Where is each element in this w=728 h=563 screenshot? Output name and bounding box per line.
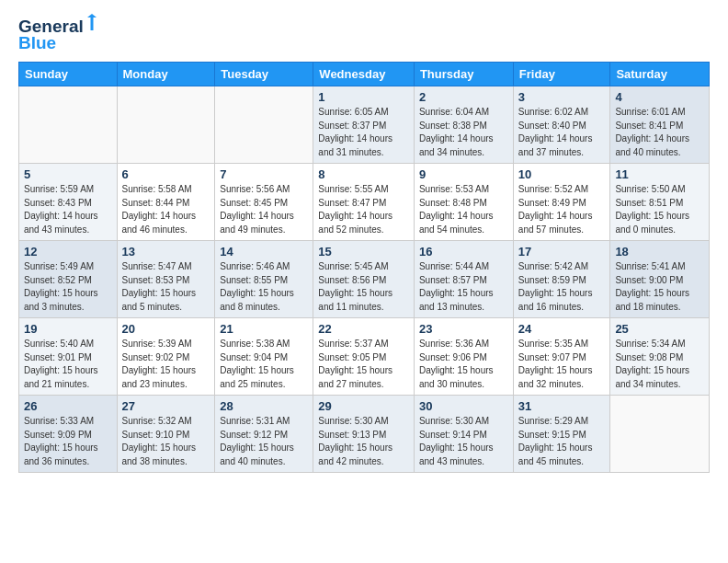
table-row: 10Sunrise: 5:52 AMSunset: 8:49 PMDayligh… xyxy=(513,164,610,241)
table-row: 15Sunrise: 5:45 AMSunset: 8:56 PMDayligh… xyxy=(313,241,415,318)
day-number: 4 xyxy=(615,90,704,104)
table-row: 20Sunrise: 5:39 AMSunset: 9:02 PMDayligh… xyxy=(117,318,215,396)
day-info: Sunrise: 5:36 AMSunset: 9:06 PMDaylight:… xyxy=(419,338,508,391)
day-number: 6 xyxy=(122,167,210,181)
day-info: Sunrise: 5:34 AMSunset: 9:08 PMDaylight:… xyxy=(615,338,704,391)
day-info: Sunrise: 6:01 AMSunset: 8:41 PMDaylight:… xyxy=(615,106,704,159)
day-info: Sunrise: 5:30 AMSunset: 9:14 PMDaylight:… xyxy=(419,415,508,468)
day-info: Sunrise: 5:59 AMSunset: 8:43 PMDaylight:… xyxy=(24,183,112,236)
table-row xyxy=(215,86,313,164)
day-info: Sunrise: 5:37 AMSunset: 9:05 PMDaylight:… xyxy=(318,338,409,391)
calendar-week-row: 1Sunrise: 6:05 AMSunset: 8:37 PMDaylight… xyxy=(19,86,710,164)
table-row: 9Sunrise: 5:53 AMSunset: 8:48 PMDaylight… xyxy=(414,164,513,241)
calendar-week-row: 26Sunrise: 5:33 AMSunset: 9:09 PMDayligh… xyxy=(19,396,710,473)
table-row: 21Sunrise: 5:38 AMSunset: 9:04 PMDayligh… xyxy=(215,318,313,396)
day-number: 31 xyxy=(518,399,606,413)
day-number: 18 xyxy=(615,245,704,259)
day-info: Sunrise: 5:52 AMSunset: 8:49 PMDaylight:… xyxy=(518,183,606,236)
logo-svg: General Blue xyxy=(18,14,101,52)
calendar-header-row: Sunday Monday Tuesday Wednesday Thursday… xyxy=(19,63,710,86)
table-row: 29Sunrise: 5:30 AMSunset: 9:13 PMDayligh… xyxy=(313,396,415,473)
day-info: Sunrise: 5:42 AMSunset: 8:59 PMDaylight:… xyxy=(518,260,606,314)
day-number: 24 xyxy=(518,322,606,336)
day-number: 23 xyxy=(419,322,508,336)
table-row xyxy=(117,86,215,164)
table-row: 18Sunrise: 5:41 AMSunset: 9:00 PMDayligh… xyxy=(610,241,710,318)
table-row: 23Sunrise: 5:36 AMSunset: 9:06 PMDayligh… xyxy=(414,318,513,396)
table-row: 7Sunrise: 5:56 AMSunset: 8:45 PMDaylight… xyxy=(215,164,313,241)
col-wednesday: Wednesday xyxy=(313,63,415,86)
table-row: 14Sunrise: 5:46 AMSunset: 8:55 PMDayligh… xyxy=(215,241,313,318)
page: General Blue Sunday Monday Tuesday Wedne… xyxy=(0,0,728,563)
day-info: Sunrise: 5:55 AMSunset: 8:47 PMDaylight:… xyxy=(318,183,409,236)
table-row xyxy=(19,86,118,164)
day-info: Sunrise: 5:50 AMSunset: 8:51 PMDaylight:… xyxy=(615,183,704,236)
day-info: Sunrise: 5:47 AMSunset: 8:53 PMDaylight:… xyxy=(122,260,210,314)
svg-marker-1 xyxy=(87,14,97,17)
day-number: 28 xyxy=(220,399,308,413)
day-number: 21 xyxy=(220,322,308,336)
day-number: 9 xyxy=(419,167,508,181)
day-info: Sunrise: 5:44 AMSunset: 8:57 PMDaylight:… xyxy=(419,260,508,314)
day-number: 13 xyxy=(122,245,210,259)
day-number: 19 xyxy=(24,322,112,336)
day-info: Sunrise: 5:38 AMSunset: 9:04 PMDaylight:… xyxy=(220,338,308,391)
table-row: 3Sunrise: 6:02 AMSunset: 8:40 PMDaylight… xyxy=(513,86,610,164)
col-saturday: Saturday xyxy=(610,63,710,86)
table-row: 6Sunrise: 5:58 AMSunset: 8:44 PMDaylight… xyxy=(117,164,215,241)
table-row: 19Sunrise: 5:40 AMSunset: 9:01 PMDayligh… xyxy=(19,318,118,396)
table-row: 8Sunrise: 5:55 AMSunset: 8:47 PMDaylight… xyxy=(313,164,415,241)
col-tuesday: Tuesday xyxy=(215,63,313,86)
day-info: Sunrise: 6:02 AMSunset: 8:40 PMDaylight:… xyxy=(518,106,606,159)
day-number: 7 xyxy=(220,167,308,181)
table-row: 1Sunrise: 6:05 AMSunset: 8:37 PMDaylight… xyxy=(313,86,415,164)
day-info: Sunrise: 6:04 AMSunset: 8:38 PMDaylight:… xyxy=(419,106,508,159)
day-number: 26 xyxy=(24,399,112,413)
day-number: 17 xyxy=(518,245,606,259)
col-thursday: Thursday xyxy=(414,63,513,86)
table-row: 4Sunrise: 6:01 AMSunset: 8:41 PMDaylight… xyxy=(610,86,710,164)
table-row xyxy=(610,396,710,473)
day-number: 12 xyxy=(24,245,112,259)
calendar-week-row: 12Sunrise: 5:49 AMSunset: 8:52 PMDayligh… xyxy=(19,241,710,318)
table-row: 17Sunrise: 5:42 AMSunset: 8:59 PMDayligh… xyxy=(513,241,610,318)
day-number: 25 xyxy=(615,322,704,336)
col-friday: Friday xyxy=(513,63,610,86)
col-monday: Monday xyxy=(117,63,215,86)
col-sunday: Sunday xyxy=(19,63,118,86)
day-number: 2 xyxy=(419,90,508,104)
day-number: 8 xyxy=(318,167,409,181)
day-info: Sunrise: 5:45 AMSunset: 8:56 PMDaylight:… xyxy=(318,260,409,314)
day-info: Sunrise: 5:35 AMSunset: 9:07 PMDaylight:… xyxy=(518,338,606,391)
day-info: Sunrise: 5:32 AMSunset: 9:10 PMDaylight:… xyxy=(122,415,210,468)
table-row: 2Sunrise: 6:04 AMSunset: 8:38 PMDaylight… xyxy=(414,86,513,164)
table-row: 25Sunrise: 5:34 AMSunset: 9:08 PMDayligh… xyxy=(610,318,710,396)
day-info: Sunrise: 5:56 AMSunset: 8:45 PMDaylight:… xyxy=(220,183,308,236)
day-info: Sunrise: 5:53 AMSunset: 8:48 PMDaylight:… xyxy=(419,183,508,236)
day-number: 27 xyxy=(122,399,210,413)
day-info: Sunrise: 5:31 AMSunset: 9:12 PMDaylight:… xyxy=(220,415,308,468)
table-row: 26Sunrise: 5:33 AMSunset: 9:09 PMDayligh… xyxy=(19,396,118,473)
day-number: 15 xyxy=(318,245,409,259)
header: General Blue xyxy=(18,14,710,52)
day-number: 5 xyxy=(24,167,112,181)
day-number: 29 xyxy=(318,399,409,413)
calendar-week-row: 5Sunrise: 5:59 AMSunset: 8:43 PMDaylight… xyxy=(19,164,710,241)
table-row: 31Sunrise: 5:29 AMSunset: 9:15 PMDayligh… xyxy=(513,396,610,473)
table-row: 30Sunrise: 5:30 AMSunset: 9:14 PMDayligh… xyxy=(414,396,513,473)
table-row: 28Sunrise: 5:31 AMSunset: 9:12 PMDayligh… xyxy=(215,396,313,473)
day-info: Sunrise: 6:05 AMSunset: 8:37 PMDaylight:… xyxy=(318,106,409,159)
day-number: 3 xyxy=(518,90,606,104)
day-info: Sunrise: 5:49 AMSunset: 8:52 PMDaylight:… xyxy=(24,260,112,314)
day-number: 16 xyxy=(419,245,508,259)
calendar-week-row: 19Sunrise: 5:40 AMSunset: 9:01 PMDayligh… xyxy=(19,318,710,396)
day-number: 20 xyxy=(122,322,210,336)
day-number: 30 xyxy=(419,399,508,413)
svg-text:Blue: Blue xyxy=(18,33,56,52)
day-info: Sunrise: 5:58 AMSunset: 8:44 PMDaylight:… xyxy=(122,183,210,236)
table-row: 27Sunrise: 5:32 AMSunset: 9:10 PMDayligh… xyxy=(117,396,215,473)
day-number: 14 xyxy=(220,245,308,259)
table-row: 16Sunrise: 5:44 AMSunset: 8:57 PMDayligh… xyxy=(414,241,513,318)
day-number: 1 xyxy=(318,90,409,104)
day-info: Sunrise: 5:29 AMSunset: 9:15 PMDaylight:… xyxy=(518,415,606,468)
